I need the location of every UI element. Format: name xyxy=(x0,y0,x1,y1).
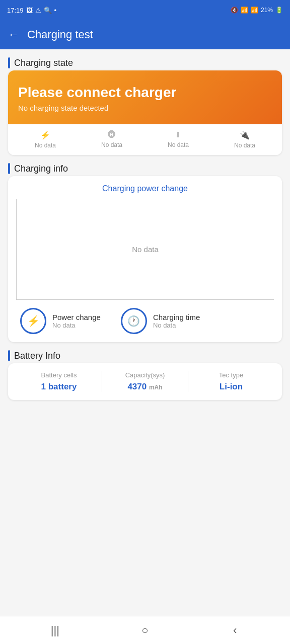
recent-apps-button[interactable]: ||| xyxy=(43,618,67,642)
section-bar-indicator-3 xyxy=(8,350,10,361)
charging-time-icon: 🕐 xyxy=(121,308,147,334)
power-change-text: Power change No data xyxy=(52,313,101,329)
battery-cells-value: 1 battery xyxy=(41,382,77,392)
power-change-stat: ⚡ Power change No data xyxy=(20,308,101,334)
charging-state-header: Charging state xyxy=(8,57,282,68)
chart-no-data-label: No data xyxy=(132,245,159,254)
charging-time-text: Charging time No data xyxy=(153,313,200,329)
battery-cells-label: Battery cells xyxy=(41,371,77,379)
capacity-value: 4370 mAh xyxy=(127,382,162,392)
battery-info-section: Battery Info Battery cells 1 battery Cap… xyxy=(8,350,282,400)
status-bar: 17:19 🖼 ⚠ 🔍 • 🔇 📶 📶 21% 🔋 xyxy=(0,0,290,20)
back-nav-button[interactable]: ‹ xyxy=(223,618,247,642)
charging-state-title: Charging state xyxy=(14,58,73,68)
chart-area: No data xyxy=(16,199,274,300)
signal-icon: 📶 xyxy=(251,7,258,14)
charging-info-card: Charging power change No data ⚡ Power ch… xyxy=(8,176,282,342)
charging-time-value: No data xyxy=(153,321,200,329)
charging-state-card: Please connect charger No charging state… xyxy=(8,70,282,155)
wifi-icon: 📶 xyxy=(241,7,248,14)
stat-temp: 🌡 No data xyxy=(168,130,189,149)
status-right: 🔇 📶 📶 21% 🔋 xyxy=(231,7,283,14)
power-icon: 🔌 xyxy=(240,130,250,140)
charging-banner-subtitle: No charging state detected xyxy=(18,104,272,112)
power-change-icon: ⚡ xyxy=(20,308,46,334)
power-change-value: No data xyxy=(52,321,101,329)
chart-title: Charging power change xyxy=(16,184,274,193)
temp-icon: 🌡 xyxy=(174,130,182,139)
dot-icon: • xyxy=(54,7,57,14)
voltage-icon: ⚡ xyxy=(40,130,50,140)
content-area: Charging state Please connect charger No… xyxy=(0,49,290,616)
stat-ampere: 🅐 No data xyxy=(101,130,122,149)
bottom-navigation: ||| ○ ‹ xyxy=(0,616,290,644)
status-left: 17:19 🖼 ⚠ 🔍 • xyxy=(7,7,56,14)
battery-info-header: Battery Info xyxy=(8,350,282,361)
power-change-label: Power change xyxy=(52,313,101,321)
charging-banner-title: Please connect charger xyxy=(18,85,272,101)
battery-info-title: Battery Info xyxy=(14,351,60,361)
battery-cell-col-2: Tec type Li-ion xyxy=(188,371,274,392)
stat-power-value: No data xyxy=(234,142,255,149)
section-bar-indicator xyxy=(8,57,10,68)
battery-icon: 🔋 xyxy=(275,7,283,14)
charging-info-header: Charging info xyxy=(8,163,282,174)
battery-cells-grid: Battery cells 1 battery Capacity(sys) 43… xyxy=(16,371,274,392)
charging-time-label: Charging time xyxy=(153,313,200,321)
capacity-label: Capacity(sys) xyxy=(125,371,165,379)
battery-info-card: Battery cells 1 battery Capacity(sys) 43… xyxy=(8,363,282,400)
photo-icon: 🖼 xyxy=(26,7,33,14)
power-stats-row: ⚡ Power change No data 🕐 Charging time N… xyxy=(16,308,274,334)
battery-percent: 21% xyxy=(261,7,273,14)
charging-info-title: Charging info xyxy=(14,164,68,174)
charging-banner: Please connect charger No charging state… xyxy=(8,70,282,124)
stat-ampere-value: No data xyxy=(101,141,122,148)
top-bar: ← Charging test xyxy=(0,20,290,49)
home-button[interactable]: ○ xyxy=(133,618,157,642)
mute-icon: 🔇 xyxy=(231,7,238,14)
time-display: 17:19 xyxy=(7,7,24,14)
capacity-unit: mAh xyxy=(149,384,163,391)
stat-voltage-value: No data xyxy=(35,142,56,149)
section-bar-indicator-2 xyxy=(8,163,10,174)
stat-voltage: ⚡ No data xyxy=(35,130,56,149)
stat-temp-value: No data xyxy=(168,141,189,148)
search-icon: 🔍 xyxy=(44,7,52,14)
battery-cell-col-0: Battery cells 1 battery xyxy=(16,371,102,392)
tec-type-label: Tec type xyxy=(219,371,243,379)
alert-icon: ⚠ xyxy=(35,7,41,14)
back-button[interactable]: ← xyxy=(8,28,19,41)
charging-state-section: Charging state Please connect charger No… xyxy=(8,57,282,155)
ampere-icon: 🅐 xyxy=(108,130,116,139)
stat-power: 🔌 No data xyxy=(234,130,255,149)
charging-info-section: Charging info Charging power change No d… xyxy=(8,163,282,342)
battery-cell-col-1: Capacity(sys) 4370 mAh xyxy=(102,371,188,392)
charging-stats-row: ⚡ No data 🅐 No data 🌡 No data 🔌 No data xyxy=(8,124,282,155)
tec-type-value: Li-ion xyxy=(220,382,243,392)
page-title: Charging test xyxy=(27,28,93,41)
charging-time-stat: 🕐 Charging time No data xyxy=(121,308,200,334)
